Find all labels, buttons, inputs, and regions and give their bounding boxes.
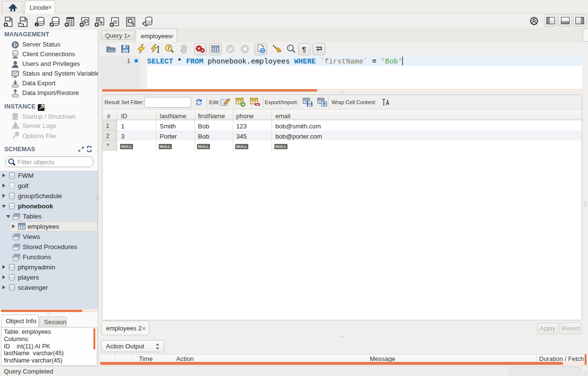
svg-text:SQL: SQL bbox=[21, 19, 28, 22]
svg-text:SQL: SQL bbox=[6, 19, 13, 22]
svg-text:{(): {() bbox=[113, 19, 118, 24]
